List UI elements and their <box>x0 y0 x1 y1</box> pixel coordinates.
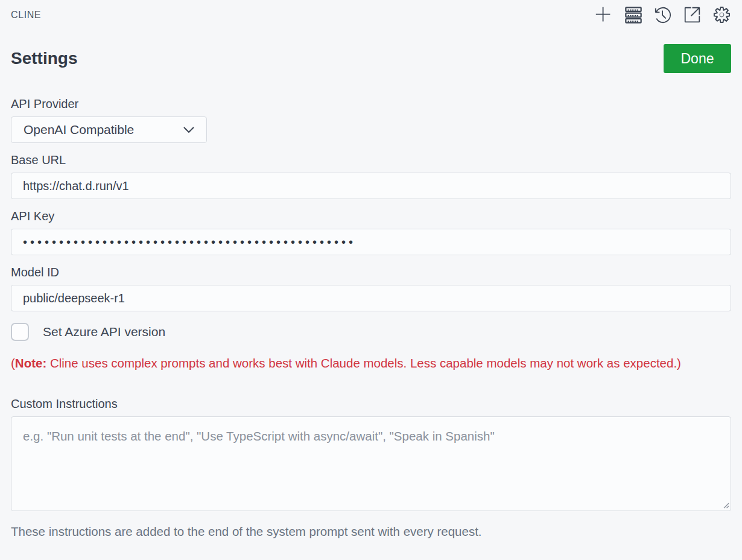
plus-icon <box>595 6 612 24</box>
mcp-servers-icon <box>624 6 642 24</box>
done-button[interactable]: Done <box>664 44 731 73</box>
app-title: CLINE <box>11 10 41 21</box>
note-bold: Note: <box>15 356 46 370</box>
chevron-down-icon <box>183 127 194 133</box>
api-key-label: API Key <box>11 209 731 223</box>
toolbar-icons <box>594 5 731 24</box>
custom-instructions-help-text: These instructions are added to the end … <box>11 524 731 539</box>
model-note-text: (Note: Cline uses complex prompts and wo… <box>11 354 711 372</box>
custom-instructions-label: Custom Instructions <box>11 397 731 411</box>
top-bar: CLINE <box>11 0 731 24</box>
settings-gear-icon[interactable] <box>712 5 731 24</box>
base-url-input[interactable] <box>11 173 731 199</box>
api-provider-selected-value: OpenAI Compatible <box>24 122 134 137</box>
history-icon[interactable] <box>653 5 672 24</box>
api-provider-label: API Provider <box>11 97 731 111</box>
page-title: Settings <box>11 49 77 68</box>
history-icon <box>654 6 672 24</box>
custom-instructions-wrap <box>11 416 731 511</box>
settings-page: CLINE <box>0 0 742 539</box>
model-id-input[interactable] <box>11 285 731 311</box>
azure-api-version-label: Set Azure API version <box>43 325 165 339</box>
open-in-editor-icon <box>683 6 701 24</box>
azure-api-version-row: Set Azure API version <box>11 323 731 341</box>
api-key-input[interactable] <box>11 229 731 255</box>
mcp-servers-icon[interactable] <box>624 5 642 24</box>
model-id-label: Model ID <box>11 266 731 279</box>
api-provider-select[interactable]: OpenAI Compatible <box>11 116 207 143</box>
base-url-label: Base URL <box>11 153 731 167</box>
plus-icon[interactable] <box>594 5 613 24</box>
settings-header-row: Settings Done <box>11 44 731 73</box>
azure-api-version-checkbox[interactable] <box>11 323 29 341</box>
open-in-editor-icon[interactable] <box>683 5 702 24</box>
custom-instructions-textarea[interactable] <box>11 416 731 511</box>
settings-gear-icon <box>712 5 731 24</box>
note-rest: Cline uses complex prompts and works bes… <box>46 356 681 370</box>
note-prefix: ( <box>11 356 15 370</box>
